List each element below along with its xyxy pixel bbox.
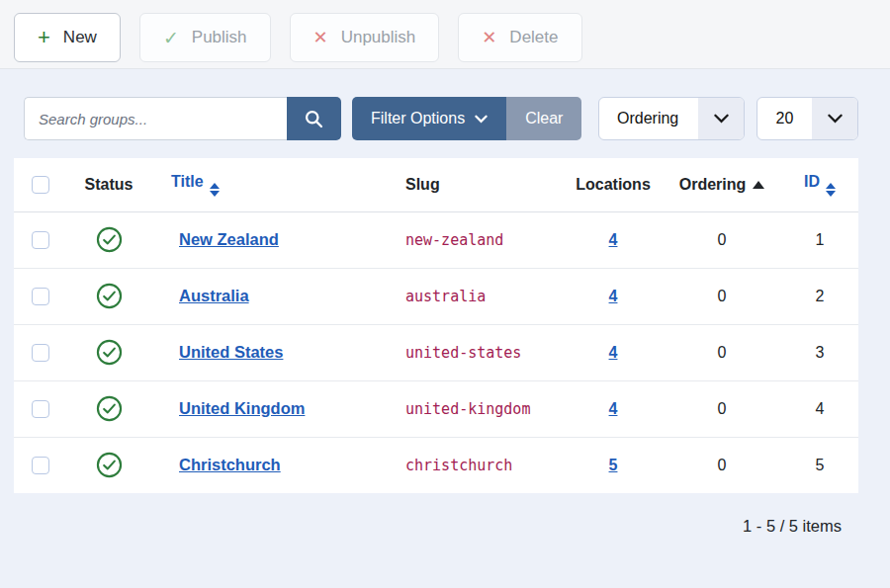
group-title-link[interactable]: United Kingdom (166, 399, 305, 417)
column-header-slug: Slug (396, 158, 564, 211)
list-limit-value: 20 (757, 98, 812, 139)
x-icon: ✕ (482, 29, 496, 46)
ordering-select-value: Ordering (599, 98, 698, 139)
ordering-value: 0 (718, 344, 727, 361)
table-row: United Kingdom united-kingdom 4 0 4 (14, 380, 858, 437)
unpublish-button-label: Unpublish (341, 28, 416, 47)
id-value: 4 (816, 400, 825, 417)
id-value: 1 (816, 231, 825, 248)
publish-button-label: Publish (192, 28, 247, 47)
filter-options-label: Filter Options (371, 110, 465, 127)
group-slug: united-states (405, 344, 521, 362)
chevron-down-icon (812, 98, 857, 139)
group-slug: united-kingdom (405, 400, 530, 418)
table-row: Australia australia 4 0 2 (14, 268, 858, 324)
ordering-value: 0 (718, 400, 727, 417)
check-circle-icon (96, 339, 123, 366)
sort-updown-icon (826, 183, 836, 197)
status-published-button[interactable] (96, 283, 123, 309)
column-header-title-label: Title (171, 173, 204, 190)
locations-count-link[interactable]: 4 (609, 344, 618, 361)
column-header-ordering-label: Ordering (679, 176, 747, 193)
locations-count-link[interactable]: 4 (609, 288, 618, 304)
filter-button-group: Filter Options Clear (352, 97, 581, 140)
delete-button-label: Delete (509, 28, 558, 47)
column-header-title[interactable]: Title (158, 158, 396, 211)
status-published-button[interactable] (96, 226, 123, 253)
table-row: New Zealand new-zealand 4 0 1 (14, 211, 858, 268)
check-circle-icon (96, 452, 123, 478)
delete-button[interactable]: ✕ Delete (458, 13, 581, 62)
locations-count-link[interactable]: 4 (609, 231, 618, 248)
locations-count-link[interactable]: 4 (609, 400, 618, 417)
search-button[interactable] (287, 97, 341, 140)
check-circle-icon (96, 226, 123, 253)
search-icon (304, 109, 324, 129)
group-title-link[interactable]: United States (166, 343, 283, 361)
column-header-locations: Locations (564, 158, 663, 211)
group-title-link[interactable]: Australia (166, 287, 249, 304)
table-row: Christchurch christchurch 5 0 5 (14, 437, 858, 493)
id-value: 2 (816, 288, 825, 304)
select-all-checkbox[interactable] (32, 176, 49, 194)
plus-icon: + (38, 27, 50, 48)
check-icon: ✓ (163, 29, 179, 47)
new-button[interactable]: + New (14, 13, 121, 62)
table-row: United States united-states 4 0 3 (14, 324, 858, 380)
row-checkbox[interactable] (32, 344, 49, 362)
groups-table: Status Title Slug Locations Ordering ID (14, 158, 858, 493)
check-circle-icon (96, 283, 123, 309)
locations-count-link[interactable]: 5 (609, 457, 618, 473)
toolbar: + New ✓ Publish ✕ Unpublish ✕ Delete (0, 0, 890, 69)
ordering-value: 0 (718, 231, 727, 248)
id-value: 3 (816, 344, 825, 361)
status-published-button[interactable] (96, 339, 123, 366)
group-slug: christchurch (405, 457, 512, 474)
sort-asc-icon (753, 181, 764, 189)
row-checkbox[interactable] (32, 231, 49, 249)
row-checkbox[interactable] (32, 288, 49, 305)
new-button-label: New (63, 28, 97, 47)
pagination-counter: 1 - 5 / 5 items (0, 517, 890, 536)
unpublish-button[interactable]: ✕ Unpublish (290, 13, 440, 62)
row-checkbox[interactable] (32, 457, 49, 474)
clear-button[interactable]: Clear (506, 97, 581, 140)
column-header-id[interactable]: ID (781, 158, 858, 211)
publish-button[interactable]: ✓ Publish (139, 13, 271, 62)
column-header-id-label: ID (804, 173, 820, 190)
chevron-down-icon (475, 115, 488, 124)
group-slug: australia (405, 288, 486, 305)
check-circle-icon (96, 395, 123, 422)
ordering-value: 0 (718, 288, 727, 304)
chevron-down-icon (698, 98, 744, 139)
groups-table-card: Status Title Slug Locations Ordering ID (14, 158, 858, 493)
row-checkbox[interactable] (32, 400, 49, 418)
ordering-select[interactable]: Ordering (598, 97, 745, 140)
table-header-row: Status Title Slug Locations Ordering ID (14, 158, 858, 211)
column-header-status: Status (59, 158, 158, 211)
status-published-button[interactable] (96, 395, 123, 422)
column-header-ordering[interactable]: Ordering (663, 158, 781, 211)
sort-updown-icon (210, 183, 220, 197)
group-title-link[interactable]: New Zealand (166, 230, 279, 248)
group-slug: new-zealand (405, 231, 503, 249)
x-icon: ✕ (313, 29, 328, 46)
ordering-value: 0 (718, 457, 727, 473)
status-published-button[interactable] (96, 452, 123, 478)
search-input[interactable] (24, 97, 287, 140)
list-limit-select[interactable]: 20 (756, 97, 858, 140)
filter-options-button[interactable]: Filter Options (352, 97, 506, 140)
filter-bar: Filter Options Clear Ordering 20 (0, 69, 890, 140)
id-value: 5 (816, 457, 825, 473)
group-title-link[interactable]: Christchurch (166, 456, 281, 473)
